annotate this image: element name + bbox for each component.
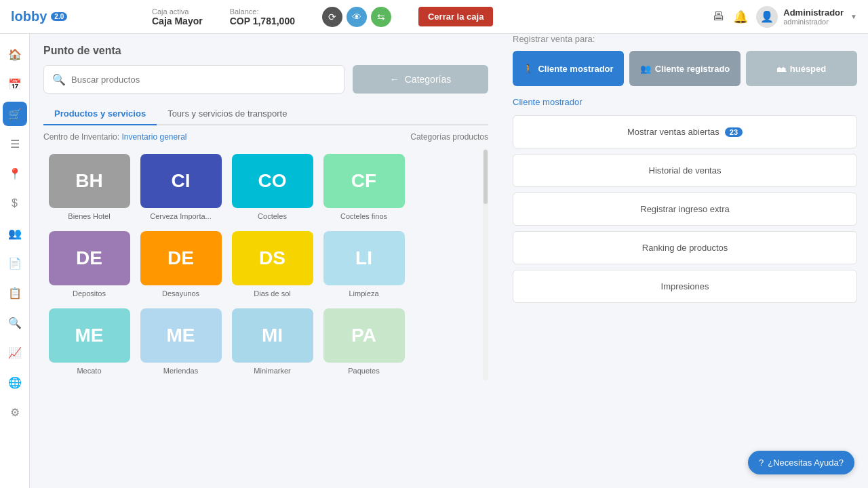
cat-card: LI [323,231,405,285]
sidebar-item-clipboard[interactable]: 📋 [3,281,27,305]
cat-card: DE [140,231,222,285]
action-label: Impresiones [661,281,709,291]
cat-card: MI [232,308,313,363]
search-box: 🔍 [43,65,344,94]
sidebar-item-list[interactable]: ☰ [3,131,27,156]
category-item[interactable]: DE Desayunos [135,226,226,303]
customer-btns: 🚶 Cliente mostrador 👥 Cliente registrado… [513,51,857,86]
caja-active-label: Caja activa [152,7,203,16]
logo-area: lobby 2.0 [0,9,136,24]
chevron-down-icon: ▼ [850,13,857,20]
caja-active: Caja activa Caja Mayor [152,7,203,26]
sidebar-item-globe[interactable]: 🌐 [3,370,27,394]
sidebar-item-file[interactable]: 📄 [3,251,27,275]
category-item[interactable]: DS Dias de sol [226,226,318,303]
category-item[interactable]: PA Paquetes [318,303,410,380]
balance-group: Balance: COP 1,781,000 [230,7,295,26]
category-area: BH Bienes Hotel CI Cerveza Importa... CO… [43,148,488,380]
sidebar-item-home[interactable]: 🏠 [3,42,27,66]
category-item[interactable]: ME Meriendas [135,303,226,380]
sidebar-item-users[interactable]: 👥 [3,221,27,245]
cat-name: Cocteles finos [340,212,387,220]
action-item[interactable]: Mostrar ventas abiertas23 [513,115,857,148]
transfer-icon-btn[interactable]: ⇆ [371,7,391,27]
caja-info: Caja activa Caja Mayor Balance: COP 1,78… [136,7,702,27]
cat-card: CO [232,154,313,208]
category-item[interactable]: CI Cerveza Importa... [135,148,226,226]
sidebar-item-calendar[interactable]: 📅 [3,72,27,96]
user-group-icon: 👥 [640,64,651,74]
bell-icon[interactable]: 🔔 [733,9,748,24]
cat-name: Minimarker [254,367,290,375]
avatar: 👤 [756,6,778,28]
category-item[interactable]: ME Mecato [43,303,135,380]
walk-icon: 🚶 [523,64,534,74]
cat-name: Desayunos [162,289,199,298]
btn-huesped[interactable]: 🏘 huésped [746,51,857,86]
search-input[interactable] [71,75,336,85]
action-item[interactable]: Impresiones [513,270,857,303]
category-grid: BH Bienes Hotel CI Cerveza Importa... CO… [43,148,410,380]
btn-cliente-registrado[interactable]: 👥 Cliente registrado [629,51,741,86]
inventory-label: Centro de Inventario: Inventario general [43,132,187,142]
monitor-icon[interactable]: 🖶 [713,9,725,24]
sidebar-item-pos[interactable]: 🛒 [3,102,27,126]
bed-icon: 🏘 [777,64,786,74]
product-tabs: Productos y servicios Tours y servicios … [43,103,488,125]
cat-name: Cocteles [258,212,287,220]
page-title: Punto de venta [43,45,488,57]
category-item[interactable]: BH Bienes Hotel [43,148,135,226]
cat-name: Paquetes [348,367,379,375]
action-item[interactable]: Historial de ventas [513,154,857,187]
sidebar-item-dollar[interactable]: $ [3,191,27,216]
category-item[interactable]: DE Depositos [43,226,135,303]
scrollbar-thumb [484,150,488,204]
eye-icon-btn[interactable]: 👁 [347,7,367,27]
cat-name: Mecato [77,367,101,375]
cerrar-caja-button[interactable]: Cerrar la caja [418,7,493,26]
main-content: Punto de venta 🔍 ← Categorías Productos … [30,34,502,488]
sidebar-item-chart[interactable]: 📈 [3,340,27,365]
cat-name: Meriendas [163,367,198,375]
cat-card: CF [323,154,405,208]
scrollbar-track[interactable] [483,148,488,380]
sidebar-item-settings[interactable]: ⚙ [3,400,27,424]
action-list: Mostrar ventas abiertas23Historial de ve… [513,115,857,303]
history-icon-btn[interactable]: ⟳ [322,7,342,27]
category-item[interactable]: CO Cocteles [226,148,318,226]
user-name: Administrador [783,7,844,18]
tab-tours[interactable]: Tours y servicios de transporte [157,103,298,125]
action-item[interactable]: Registrar ingreso extra [513,192,857,226]
help-button[interactable]: ? ¿Necesitas Ayuda? [748,451,854,474]
inventory-link[interactable]: Inventario general [121,132,186,142]
cat-name: Limpieza [349,289,378,298]
balance-value: COP 1,781,000 [230,16,295,26]
categories-label: Categorías productos [410,132,488,142]
cat-card: DE [49,231,130,285]
user-menu[interactable]: 👤 Administrador administrador ▼ [756,6,857,28]
sidebar-item-map[interactable]: 📍 [3,161,27,186]
category-item[interactable]: LI Limpieza [318,226,410,303]
sidebar-item-search[interactable]: 🔍 [3,310,27,335]
user-role: administrador [783,18,844,26]
cat-card: ME [140,308,222,363]
action-badge: 23 [725,127,743,137]
caja-icons: ⟳ 👁 ⇆ [322,7,391,27]
cat-card: PA [323,308,405,363]
logo-text: lobby [11,9,47,24]
selected-customer: Cliente mostrador [513,97,857,107]
register-label: Registrar venta para: [513,34,857,44]
action-item[interactable]: Ranking de productos [513,231,857,264]
cat-name: Bienes Hotel [68,212,110,220]
user-info-group: Administrador administrador [783,7,844,26]
btn-cliente-mostrador[interactable]: 🚶 Cliente mostrador [513,51,624,86]
action-label: Historial de ventas [649,165,722,176]
back-arrow-icon: ← [390,74,399,85]
category-item[interactable]: CF Cocteles finos [318,148,410,226]
category-item[interactable]: MI Minimarker [226,303,318,380]
categories-button[interactable]: ← Categorías [353,65,488,94]
tab-productos[interactable]: Productos y servicios [43,103,157,125]
logo-version: 2.0 [51,12,67,21]
cat-name: Cerveza Importa... [150,212,211,220]
top-right-area: 🖶 🔔 👤 Administrador administrador ▼ [702,6,868,28]
